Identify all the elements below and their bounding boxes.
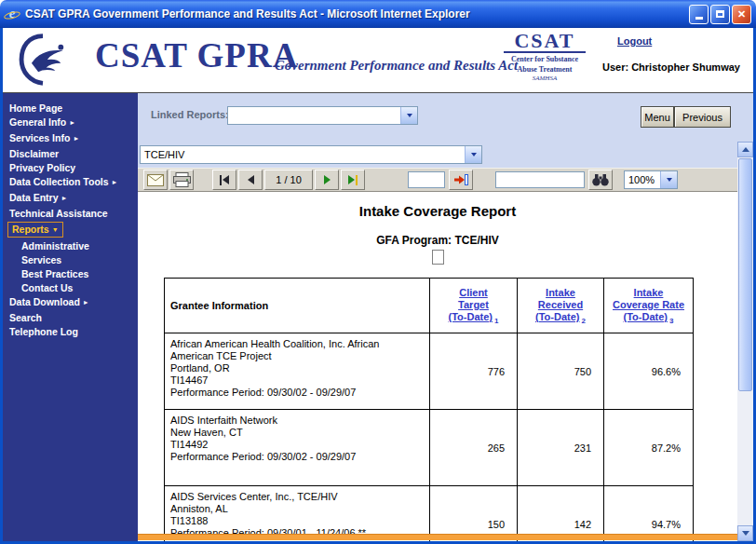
- sidebar-item-services-info[interactable]: Services Info►: [3, 131, 138, 147]
- menu-button[interactable]: Menu: [641, 106, 674, 128]
- internet-explorer-icon: e: [5, 7, 20, 21]
- sidebar-item-reports[interactable]: Reports▼: [7, 222, 63, 238]
- grantee-location: Portland, OR: [170, 362, 424, 374]
- grantee-id: TI13188: [170, 515, 424, 527]
- header-line: (To-Date): [535, 311, 579, 322]
- export-button[interactable]: [143, 170, 168, 190]
- sidebar-item-technical-assistance[interactable]: Technical Assistance: [3, 207, 138, 221]
- sidebar-item-data-download[interactable]: Data Download►: [3, 295, 138, 311]
- sidebar-item-label: Privacy Policy: [9, 162, 75, 173]
- dropdown-arrow-icon[interactable]: [400, 107, 417, 124]
- minimize-button[interactable]: [689, 5, 709, 24]
- chevron-down-icon: ▼: [52, 226, 59, 233]
- grantee-cell: AIDS Interfaith Network New Haven, CT TI…: [165, 410, 430, 486]
- sidebar-item-contact-us[interactable]: Contact Us: [3, 281, 138, 295]
- sidebar-item-privacy-policy[interactable]: Privacy Policy: [3, 161, 138, 175]
- table-header-row: Grantee Information Client Target (To-Da…: [165, 279, 694, 333]
- sidebar-nav: Home Page General Info► Services Info► D…: [3, 93, 138, 541]
- next-page-icon: [324, 175, 331, 184]
- header-line: Target: [431, 299, 516, 311]
- sidebar-item-telephone-log[interactable]: Telephone Log: [3, 325, 138, 339]
- footnote-marker: 2: [582, 317, 586, 325]
- sidebar-item-best-practices[interactable]: Best Practices: [3, 267, 138, 281]
- last-page-button[interactable]: [341, 170, 365, 190]
- report-title: Intake Coverage Report: [138, 203, 737, 219]
- intake-received-value: 231: [518, 410, 604, 486]
- linked-reports-select[interactable]: [227, 106, 418, 125]
- sidebar-item-administrative[interactable]: Administrative: [3, 239, 138, 253]
- grantee-name: AIDS Services Center, Inc., TCE/HIV: [170, 491, 424, 503]
- browser-window: e CSAT GPRA Government Performance and R…: [0, 0, 756, 544]
- header-line: Received: [519, 299, 602, 311]
- grantee-location: Anniston, AL: [170, 503, 424, 515]
- page-indicator: 1 / 10: [264, 170, 313, 190]
- client-target-value: 265: [430, 410, 518, 486]
- client-target-header[interactable]: Client Target (To-Date)1: [430, 279, 518, 333]
- sidebar-item-home-page[interactable]: Home Page: [3, 102, 138, 116]
- next-page-button[interactable]: [315, 170, 339, 190]
- zoom-select[interactable]: 100%: [624, 170, 678, 189]
- sidebar-item-label: Best Practices: [21, 268, 88, 279]
- sidebar-item-services[interactable]: Services: [3, 253, 138, 267]
- sidebar-item-data-entry[interactable]: Data Entry►: [3, 191, 138, 207]
- print-button[interactable]: [169, 170, 194, 190]
- sidebar-item-label: Data Entry: [9, 192, 59, 203]
- sidebar-item-label: Data Collection Tools: [9, 176, 109, 187]
- report-select-row: TCE/HIV: [138, 142, 737, 168]
- scrollbar-thumb[interactable]: [738, 158, 752, 391]
- csat-logo-name: CSAT: [504, 31, 586, 53]
- goto-arrow-icon: [453, 173, 469, 186]
- logout-link[interactable]: Logout: [617, 35, 652, 47]
- brand-tagline: Government Performance and Results Act: [275, 58, 518, 74]
- vertical-scrollbar[interactable]: [737, 142, 753, 541]
- grantee-period: Performance Period: 09/30/02 - 09/29/07: [170, 451, 424, 463]
- goto-page-button[interactable]: [449, 170, 473, 190]
- zoom-value: 100%: [625, 171, 660, 188]
- printer-icon: [173, 172, 191, 187]
- sidebar-item-label: Search: [9, 312, 42, 323]
- sidebar-item-label: Home Page: [9, 102, 62, 114]
- csat-logo-line2: Abuse Treatment: [504, 65, 586, 74]
- horizontal-scrollbar[interactable]: [138, 534, 737, 540]
- linked-reports-label: Linked Reports:: [151, 109, 229, 120]
- intake-received-header[interactable]: Intake Received (To-Date)2: [518, 279, 604, 333]
- sidebar-item-label: Data Download: [9, 296, 80, 307]
- previous-page-button[interactable]: [238, 170, 263, 190]
- report-select-value: TCE/HIV: [141, 146, 465, 163]
- intake-coverage-rate-header[interactable]: Intake Coverage Rate (To-Date)3: [604, 279, 694, 333]
- close-button[interactable]: ✕: [732, 5, 751, 24]
- header-line: Intake: [519, 287, 602, 299]
- sidebar-item-general-info[interactable]: General Info►: [3, 116, 138, 131]
- sidebar-item-label: Contact Us: [21, 282, 73, 293]
- search-button[interactable]: [588, 170, 613, 190]
- header-line: (To-Date): [624, 311, 668, 322]
- viewer-toolbar: 1 / 10: [138, 168, 737, 192]
- search-input[interactable]: [495, 171, 585, 188]
- grantee-id: TI14467: [170, 374, 424, 387]
- scroll-down-button[interactable]: [737, 525, 753, 541]
- sidebar-item-disclaimer[interactable]: Disclaimer: [3, 147, 138, 161]
- report-page: Intake Coverage Report GFA Program: TCE/…: [138, 192, 737, 541]
- sidebar-item-label: General Info: [9, 116, 66, 128]
- table-row: African American Health Coalition, Inc. …: [165, 333, 694, 410]
- sidebar-item-search[interactable]: Search: [3, 311, 138, 325]
- previous-button[interactable]: Previous: [674, 106, 731, 128]
- user-label: User: Christopher Shumway: [602, 61, 740, 73]
- grantee-location: New Haven, CT: [170, 427, 424, 439]
- sidebar-item-label: Disclaimer: [9, 148, 59, 159]
- maximize-button[interactable]: [710, 5, 730, 24]
- goto-page-input[interactable]: [408, 171, 445, 188]
- dropdown-arrow-icon[interactable]: [465, 146, 481, 163]
- scroll-up-button[interactable]: [737, 142, 753, 157]
- first-page-icon: [223, 175, 229, 184]
- sidebar-item-label: Technical Assistance: [9, 208, 108, 219]
- first-page-button[interactable]: [212, 170, 236, 190]
- linked-reports-bar: Linked Reports: Menu Previous: [138, 93, 753, 142]
- header-line: Intake: [605, 287, 692, 299]
- sidebar-item-data-collection-tools[interactable]: Data Collection Tools►: [3, 175, 138, 191]
- sidebar-item-label: Administrative: [21, 240, 89, 252]
- report-select[interactable]: TCE/HIV: [140, 145, 482, 164]
- dropdown-arrow-icon[interactable]: [660, 171, 677, 188]
- coverage-rate-value: 96.6%: [604, 333, 694, 410]
- chevron-right-icon: ►: [73, 135, 79, 142]
